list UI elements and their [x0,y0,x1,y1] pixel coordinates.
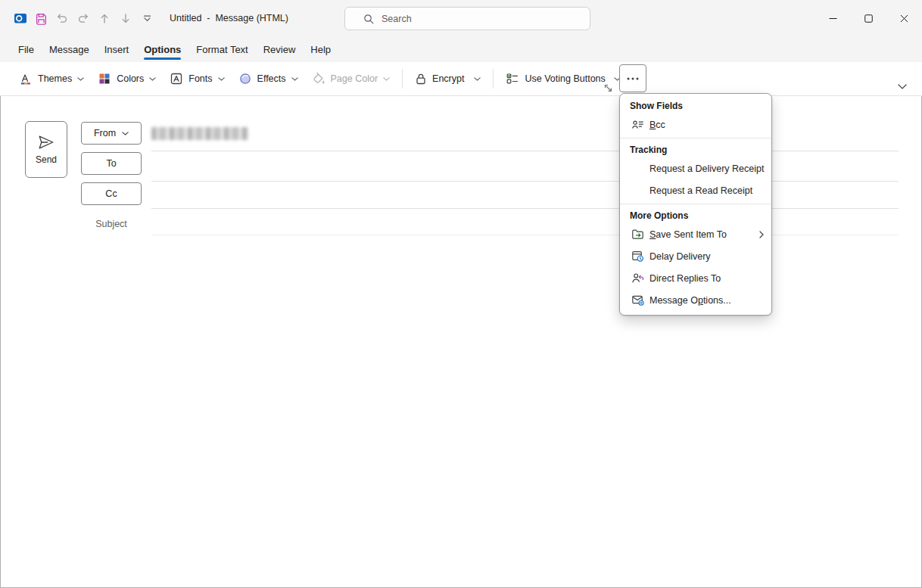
tab-format-text[interactable]: Format Text [188,36,255,62]
menu-item-save-sent-item-to[interactable]: Save Sent Item To [620,223,771,245]
effects-icon [238,72,252,86]
menu-item-direct-replies-to[interactable]: Direct Replies To [620,267,771,289]
move-up-button[interactable] [94,7,115,30]
direct-replies-icon [631,272,644,285]
tab-file[interactable]: File [11,36,42,62]
fonts-button[interactable]: Fonts [163,67,231,91]
encrypt-label: Encrypt [432,73,464,84]
chevron-down-icon [122,132,129,135]
ribbon: Themes Colors Fonts Effects [0,62,922,96]
search-input[interactable] [382,14,590,24]
outlook-message-window: Untitled - Message (HTML) File Message I… [0,0,922,588]
menu-section-header-more-options: More Options [620,207,771,223]
from-field[interactable] [151,121,899,151]
subject-label: Subject [81,219,142,229]
send-icon [37,134,55,151]
save-button[interactable] [30,7,51,30]
outlook-app-icon [14,11,27,25]
effects-button[interactable]: Effects [232,67,305,91]
customize-quick-access-button[interactable] [136,7,157,30]
menu-item-request-read-receipt[interactable]: Request a Read Receipt [620,179,771,201]
titlebar: Untitled - Message (HTML) [0,0,922,36]
menu-item-label: Message Options... [649,295,731,306]
subject-field[interactable] [151,209,899,235]
ribbon-separator [493,69,494,89]
lock-icon [415,73,427,86]
chevron-down-icon [149,77,156,81]
close-icon [900,14,908,23]
colors-button[interactable]: Colors [91,67,163,91]
close-button[interactable] [886,0,922,36]
quick-access-toolbar [0,7,157,30]
maximize-button[interactable] [851,0,886,36]
delay-delivery-icon [631,250,644,263]
encrypt-button[interactable]: Encrypt [408,67,487,91]
send-label: Send [36,154,57,165]
move-down-button[interactable] [115,7,136,30]
chevron-down-icon [474,77,481,81]
minimize-button[interactable] [815,0,851,36]
voting-icon [506,72,519,86]
menu-section-header-tracking: Tracking [620,141,771,157]
ribbon-separator [402,69,403,89]
search-icon [363,14,374,24]
from-button[interactable]: From [81,122,142,145]
themes-icon [19,72,33,86]
search-box[interactable] [344,7,590,30]
menu-separator [620,138,771,138]
undo-icon [56,12,68,24]
redacted-sender-email [151,127,248,140]
down-arrow-icon [120,13,131,24]
menu-item-bcc[interactable]: Bcc [620,114,771,135]
customize-quick-access-icon [143,15,151,22]
tab-review[interactable]: Review [256,36,304,62]
menu-item-delay-delivery[interactable]: Delay Delivery [620,245,771,267]
redo-button[interactable] [73,7,94,30]
menu-section-header-show-fields: Show Fields [620,97,771,114]
window-controls [815,0,922,36]
menu-item-message-options[interactable]: Message Options... [620,289,771,311]
ribbon-collapse-button[interactable] [895,79,910,94]
undo-button[interactable] [51,7,73,30]
send-button[interactable]: Send [25,121,67,178]
menu-item-label: Request a Delivery Receipt [649,163,764,174]
dialog-launcher-icon [604,84,612,92]
maximize-icon [864,14,873,23]
menu-item-label: Delay Delivery [649,251,711,262]
fonts-label: Fonts [188,73,212,84]
outlook-app-button[interactable] [11,7,30,30]
page-color-button[interactable]: Page Color [305,67,397,91]
chevron-down-icon [291,77,298,81]
to-field[interactable] [151,151,899,182]
page-color-icon [312,72,326,86]
tab-help[interactable]: Help [303,36,338,62]
page-color-label: Page Color [331,73,378,84]
from-label: From [94,128,116,138]
submenu-chevron-right-icon [759,231,764,238]
to-button[interactable]: To [81,152,142,175]
to-label: To [106,158,116,169]
menu-item-label: Bcc [649,120,665,130]
chevron-down-icon [77,77,84,81]
more-options-button[interactable] [619,64,646,92]
cc-button[interactable]: Cc [81,182,142,205]
colors-label: Colors [117,73,144,84]
redo-icon [77,12,89,24]
cc-field[interactable] [151,182,899,209]
tab-insert[interactable]: Insert [97,36,137,62]
message-options-icon [631,294,644,306]
more-commands-menu: Show Fields Bcc Tracking Request a Deliv… [619,93,772,316]
dialog-launcher-button[interactable] [603,82,613,93]
minimize-icon [829,14,837,23]
menu-item-request-delivery-receipt[interactable]: Request a Delivery Receipt [620,157,771,179]
ribbon-tabs: File Message Insert Options Format Text … [0,36,922,62]
cc-label: Cc [105,188,117,199]
chevron-down-icon [218,77,225,81]
save-icon [35,12,48,25]
themes-button[interactable]: Themes [12,67,91,91]
tab-options[interactable]: Options [136,36,188,62]
menu-separator [620,204,771,204]
tab-message[interactable]: Message [42,36,97,62]
message-body-field[interactable] [6,242,916,582]
window-title: Untitled - Message (HTML) [170,13,288,23]
